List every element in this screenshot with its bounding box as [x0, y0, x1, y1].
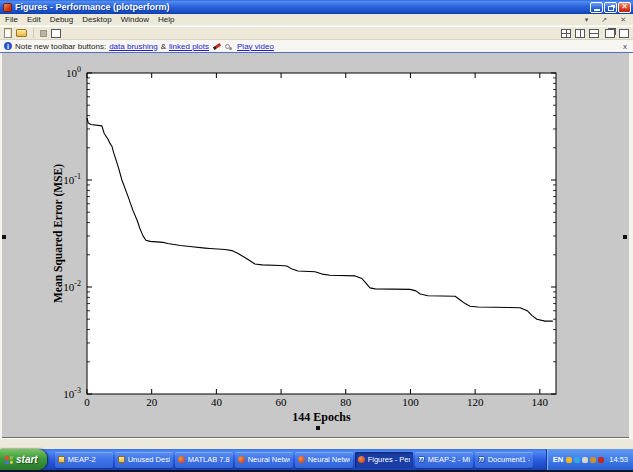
- windows-flag-icon: [5, 455, 13, 464]
- screen: Figures - Performance (plotperform) ✕ Fi…: [0, 0, 633, 472]
- minimize-button[interactable]: [590, 2, 603, 13]
- taskbar-button[interactable]: WDocument1 - Micr...: [475, 452, 533, 468]
- taskbar-button-label: Neural Network Tr...: [308, 455, 350, 464]
- start-button[interactable]: start: [0, 449, 47, 470]
- taskbar-button-label: MEAP-2 - Microsof...: [428, 455, 470, 464]
- y-tick-label: 10-2: [63, 279, 81, 293]
- selection-handle-left: [2, 235, 6, 239]
- y-tick-label: 10-3: [63, 386, 81, 400]
- start-label: start: [16, 454, 38, 465]
- taskbar-button-label: MATLAB 7.8.0 (R...: [188, 455, 230, 464]
- menu-item-file[interactable]: File: [5, 15, 18, 24]
- notification-conjunction: &: [161, 42, 166, 51]
- folder-icon: [58, 456, 65, 463]
- menu-item-help[interactable]: Help: [158, 15, 174, 24]
- volume-icon[interactable]: [582, 457, 588, 463]
- taskbar: start MEAP-2Unused Desktop ...MATLAB 7.8…: [0, 449, 633, 470]
- single-window-icon[interactable]: [619, 29, 629, 38]
- restore-button[interactable]: [604, 2, 617, 13]
- notification-text: Note new toolbar buttons:: [15, 42, 106, 51]
- toolbar: [0, 27, 633, 40]
- toolbar-separator: [33, 28, 34, 38]
- messenger-icon[interactable]: [574, 457, 580, 463]
- matlab-icon: [298, 456, 305, 463]
- x-tick-label: 60: [276, 396, 288, 408]
- taskbar-button[interactable]: Neural Network Tr...: [295, 452, 353, 468]
- window-right-border: [629, 53, 633, 438]
- cascade-windows-icon[interactable]: [605, 29, 615, 38]
- taskbar-button[interactable]: Neural Network P...: [235, 452, 293, 468]
- x-tick-label: 120: [467, 396, 484, 408]
- notification-close-button[interactable]: x: [623, 42, 629, 51]
- desktop-strip: [0, 439, 633, 449]
- menu-item-debug[interactable]: Debug: [50, 15, 74, 24]
- taskbar-button-label: Neural Network P...: [248, 455, 290, 464]
- taskbar-button[interactable]: WMEAP-2 - Microsof...: [415, 452, 473, 468]
- menu-item-desktop[interactable]: Desktop: [82, 15, 111, 24]
- taskbar-button[interactable]: Unused Desktop ...: [115, 452, 173, 468]
- taskbar-button-label: Document1 - Micr...: [488, 455, 530, 464]
- x-tick-label: 0: [84, 396, 90, 408]
- menu-item-edit[interactable]: Edit: [27, 15, 41, 24]
- taskbar-button-label: MEAP-2: [68, 455, 96, 464]
- network-icon[interactable]: [590, 457, 596, 463]
- undock-icon[interactable]: ↗: [599, 16, 609, 24]
- notification-bar: i Note new toolbar buttons: data brushin…: [0, 40, 633, 53]
- selection-handle-right: [623, 235, 627, 239]
- dock-window-icon[interactable]: [51, 29, 61, 38]
- figure-canvas: 02040608010012014010010-110-210-3144 Epo…: [2, 53, 629, 438]
- open-folder-icon[interactable]: [16, 29, 27, 37]
- x-tick-label: 80: [340, 396, 352, 408]
- x-axis-label: 144 Epochs: [292, 410, 351, 424]
- data-brushing-link[interactable]: data brushing: [109, 42, 157, 51]
- linked-plots-link[interactable]: linked plots: [169, 42, 209, 51]
- matlab-figure-icon: [3, 3, 12, 12]
- tile-horizontal-icon[interactable]: [589, 29, 599, 38]
- window-title: Figures - Performance (plotperform): [15, 2, 589, 12]
- minimize-icon: [594, 9, 600, 11]
- tile-grid-icon[interactable]: [561, 29, 571, 38]
- language-indicator[interactable]: EN: [553, 455, 563, 464]
- window-titlebar: Figures - Performance (plotperform) ✕: [0, 0, 633, 14]
- close-figure-icon[interactable]: ✕: [618, 16, 628, 24]
- new-file-icon[interactable]: [4, 28, 12, 38]
- x-tick-label: 40: [211, 396, 223, 408]
- selection-handle-bottom: [316, 426, 320, 430]
- x-tick-label: 140: [532, 396, 549, 408]
- tile-vertical-icon[interactable]: [575, 29, 585, 38]
- close-button[interactable]: ✕: [618, 2, 631, 13]
- info-icon: i: [4, 42, 12, 50]
- y-tick-label: 10-1: [63, 172, 81, 186]
- taskbar-button[interactable]: MEAP-2: [55, 452, 113, 468]
- taskbar-button-label: Unused Desktop ...: [128, 455, 170, 464]
- system-tray: EN 14:53: [546, 449, 633, 470]
- antivirus-icon[interactable]: [598, 457, 604, 463]
- x-tick-label: 20: [146, 396, 158, 408]
- performance-chart: 02040608010012014010010-110-210-3144 Epo…: [2, 53, 629, 438]
- play-video-link[interactable]: Play video: [237, 42, 274, 51]
- save-disabled-icon[interactable]: [40, 30, 47, 37]
- plot-background: [87, 73, 556, 394]
- matlab-icon: [358, 456, 365, 463]
- menu-bar: FileEditDebugDesktopWindowHelp ▾ ↗ ✕: [0, 14, 633, 26]
- word-icon: W: [478, 456, 485, 463]
- y-axis-label: Mean Squared Error (MSE): [52, 164, 65, 303]
- dock-arrow-icon[interactable]: ▾: [583, 16, 591, 24]
- chain-link-icon: [225, 44, 230, 49]
- restore-icon: [608, 6, 614, 11]
- taskbar-button[interactable]: Figures - Perform...: [355, 452, 413, 468]
- clock[interactable]: 14:53: [609, 455, 628, 464]
- update-shield-icon[interactable]: [566, 457, 572, 463]
- word-icon: W: [418, 456, 425, 463]
- taskbar-button[interactable]: MATLAB 7.8.0 (R...: [175, 452, 233, 468]
- folder-icon: [118, 456, 125, 463]
- menu-item-window[interactable]: Window: [121, 15, 149, 24]
- x-tick-label: 100: [402, 396, 419, 408]
- matlab-icon: [238, 456, 245, 463]
- brush-icon: [213, 42, 221, 49]
- taskbar-button-label: Figures - Perform...: [368, 455, 410, 464]
- matlab-icon: [178, 456, 185, 463]
- y-tick-label: 100: [66, 65, 81, 79]
